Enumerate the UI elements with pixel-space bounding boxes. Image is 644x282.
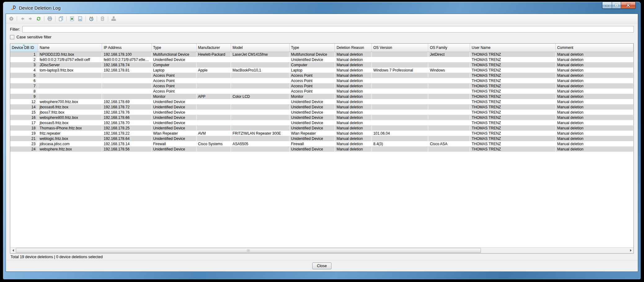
- cell-ip[interactable]: [102, 78, 151, 83]
- cell-comment[interactable]: Manual deletion: [555, 89, 633, 94]
- cell-id[interactable]: 4: [10, 67, 38, 73]
- cell-deletion_reason[interactable]: Manual deletion: [335, 89, 372, 94]
- cell-name[interactable]: fe80:0:0:2:71f9:d757:e9e8:ceff: [38, 57, 102, 62]
- back-arrow-icon[interactable]: [19, 15, 26, 22]
- cell-manufacturer[interactable]: APP: [196, 94, 231, 99]
- cell-comment[interactable]: Manual deletion: [555, 120, 633, 125]
- table-row[interactable]: 4tom-laptop3.fritz.box192.168.178.81Lapt…: [10, 67, 633, 73]
- column-header-id[interactable]: Device DB ID: [10, 44, 38, 52]
- cell-os_version[interactable]: [371, 89, 428, 94]
- excel-export-icon[interactable]: [69, 15, 75, 22]
- cell-comment[interactable]: Manual deletion: [555, 146, 633, 152]
- cell-manufacturer[interactable]: [196, 146, 231, 152]
- cell-comment[interactable]: Manual deletion: [555, 136, 633, 141]
- cell-type[interactable]: Unidentified Device: [151, 104, 196, 110]
- cell-model[interactable]: [231, 99, 289, 104]
- cell-model[interactable]: [231, 136, 289, 141]
- cell-model[interactable]: [231, 57, 289, 62]
- cell-user_name[interactable]: THOMAS TRENZ: [470, 125, 556, 131]
- cell-os_family[interactable]: Cisco ASA: [428, 141, 470, 146]
- cell-ip[interactable]: 192.168.178.22: [102, 131, 151, 136]
- cell-ip[interactable]: 192.168.178.64: [102, 136, 151, 141]
- clock-icon[interactable]: [88, 15, 95, 22]
- cell-deletion_reason[interactable]: Manual deletion: [335, 120, 372, 125]
- cell-manufacturer[interactable]: Cisco Systems: [196, 141, 231, 146]
- cell-comment[interactable]: Manual deletion: [555, 131, 633, 136]
- cell-user_name[interactable]: THOMAS TRENZ: [470, 89, 556, 94]
- cell-os_family[interactable]: [428, 104, 470, 110]
- cell-type2[interactable]: Access Point: [289, 73, 335, 78]
- cell-type2[interactable]: Unidentified Device: [289, 120, 335, 125]
- cell-id[interactable]: 3: [10, 62, 38, 67]
- cell-type[interactable]: Firewall: [151, 141, 196, 146]
- cell-os_version[interactable]: [371, 73, 428, 78]
- cell-type2[interactable]: Unidentified Device: [289, 57, 335, 62]
- column-header-ip[interactable]: IP Address: [102, 44, 151, 52]
- cell-comment[interactable]: Manual deletion: [555, 104, 633, 110]
- cell-deletion_reason[interactable]: Manual deletion: [335, 99, 372, 104]
- cell-id[interactable]: 18: [10, 125, 38, 131]
- cell-type[interactable]: Access Point: [151, 78, 196, 83]
- maximize-button[interactable]: [612, 2, 621, 9]
- cell-model[interactable]: [231, 89, 289, 94]
- cell-name[interactable]: jdiscasa.jdisc.com: [38, 141, 102, 146]
- cell-os_version[interactable]: [371, 136, 428, 141]
- cell-user_name[interactable]: THOMAS TRENZ: [470, 62, 556, 67]
- table-row[interactable]: 1NPI3DD22D.fritz.box192.168.178.100Multi…: [10, 52, 633, 57]
- cell-name[interactable]: fritz.repeater: [38, 131, 102, 136]
- cell-deletion_reason[interactable]: Manual deletion: [335, 141, 372, 146]
- forward-arrow-icon[interactable]: [27, 15, 34, 22]
- cell-type2[interactable]: Access Point: [289, 89, 335, 94]
- column-header-type[interactable]: Type: [151, 44, 196, 52]
- table-row[interactable]: 17jbossas5.fritz.box192.168.178.70Uniden…: [10, 120, 633, 125]
- cell-type2[interactable]: Unidentified Device: [289, 104, 335, 110]
- cell-type2[interactable]: Unidentified Device: [289, 125, 335, 131]
- cell-comment[interactable]: Manual deletion: [555, 115, 633, 120]
- cell-type[interactable]: Access Point: [151, 89, 196, 94]
- cell-user_name[interactable]: THOMAS TRENZ: [470, 67, 556, 73]
- cell-os_version[interactable]: [371, 146, 428, 152]
- cell-type2[interactable]: Laptop: [289, 67, 335, 73]
- cell-id[interactable]: 8: [10, 89, 38, 94]
- cell-user_name[interactable]: THOMAS TRENZ: [470, 78, 556, 83]
- cell-user_name[interactable]: THOMAS TRENZ: [470, 115, 556, 120]
- cell-manufacturer[interactable]: [196, 99, 231, 104]
- cell-deletion_reason[interactable]: Manual deletion: [335, 146, 372, 152]
- column-header-name[interactable]: Name: [38, 44, 102, 52]
- cell-os_family[interactable]: [428, 131, 470, 136]
- cell-deletion_reason[interactable]: Manual deletion: [335, 131, 372, 136]
- cell-deletion_reason[interactable]: Manual deletion: [335, 115, 372, 120]
- cell-type2[interactable]: Access Point: [289, 83, 335, 89]
- cell-name[interactable]: JDiscServer: [38, 62, 102, 67]
- cell-os_version[interactable]: 8.4(3): [371, 141, 428, 146]
- cell-name[interactable]: websphere800.fritz.box: [38, 115, 102, 120]
- cell-os_family[interactable]: Windows: [428, 67, 470, 73]
- cell-type[interactable]: Access Point: [151, 73, 196, 78]
- cell-name[interactable]: jbossas6.fritz.box: [38, 104, 102, 110]
- cell-model[interactable]: [231, 73, 289, 78]
- cell-id[interactable]: 24: [10, 146, 38, 152]
- cell-os_family[interactable]: [428, 115, 470, 120]
- cell-ip[interactable]: 192.168.178.100: [102, 52, 151, 57]
- cell-id[interactable]: 16: [10, 115, 38, 120]
- cell-deletion_reason[interactable]: Manual deletion: [335, 52, 372, 57]
- cell-manufacturer[interactable]: [196, 89, 231, 94]
- cell-user_name[interactable]: THOMAS TRENZ: [470, 57, 556, 62]
- cell-type2[interactable]: Unidentified Device: [289, 110, 335, 115]
- cell-type[interactable]: Computer: [151, 62, 196, 67]
- cell-id[interactable]: 21: [10, 136, 38, 141]
- cell-os_family[interactable]: [428, 57, 470, 62]
- cell-os_family[interactable]: [428, 78, 470, 83]
- cell-id[interactable]: 6: [10, 78, 38, 83]
- table-row[interactable]: 14jbossas6.fritz.box192.168.178.72Uniden…: [10, 104, 633, 110]
- sitemap-icon[interactable]: [110, 15, 117, 22]
- cell-type2[interactable]: Unidentified Device: [289, 115, 335, 120]
- cell-user_name[interactable]: THOMAS TRENZ: [470, 136, 556, 141]
- database-icon[interactable]: [99, 15, 106, 22]
- cell-user_name[interactable]: THOMAS TRENZ: [470, 99, 556, 104]
- cell-deletion_reason[interactable]: Manual deletion: [335, 73, 372, 78]
- cell-type2[interactable]: Firewall: [289, 141, 335, 146]
- cell-user_name[interactable]: THOMAS TRENZ: [470, 146, 556, 152]
- cell-type[interactable]: Unidentified Device: [151, 146, 196, 152]
- cell-comment[interactable]: Manual deletion: [555, 57, 633, 62]
